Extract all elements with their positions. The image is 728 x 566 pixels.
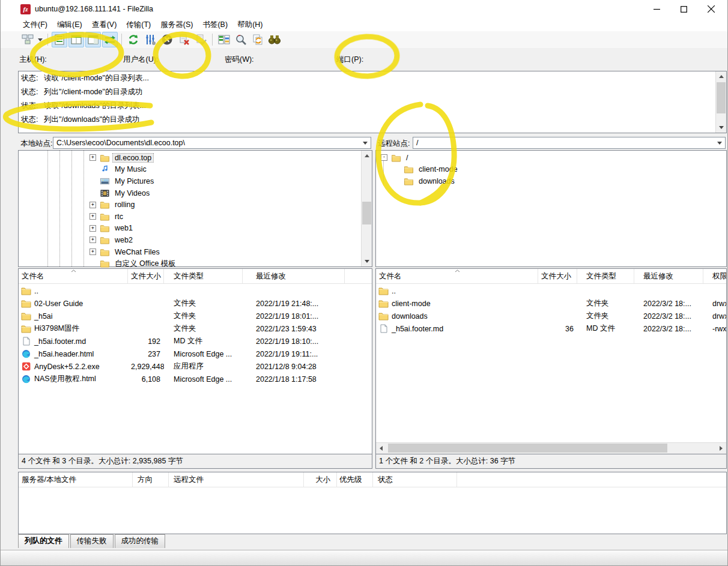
remote-file-row[interactable]: .. xyxy=(376,285,726,297)
refresh-button[interactable] xyxy=(126,32,141,47)
column-modified[interactable]: 最近修改 xyxy=(634,269,703,283)
local-file-row[interactable]: _h5ai.footer.md192MD 文件2022/1/19 18:10:.… xyxy=(19,335,372,348)
local-tree-item[interactable]: +rolling xyxy=(89,199,360,211)
filter-button[interactable] xyxy=(142,32,158,47)
remote-hscrollbar[interactable] xyxy=(376,442,726,454)
local-tree-pane[interactable]: +dl.ecoo.top My Music My Pictures My Vid… xyxy=(18,150,372,267)
local-file-row[interactable]: _h5ai.header.html237Microsoft Edge ...20… xyxy=(19,348,372,360)
remote-file-row[interactable]: client-mode文件夹2022/3/2 18:...drwxr-xr-x xyxy=(376,297,726,310)
maximize-button[interactable] xyxy=(670,0,697,18)
disconnect-button[interactable] xyxy=(176,32,192,47)
toggle-local-tree-button[interactable] xyxy=(68,32,84,47)
remote-path-combo[interactable]: / xyxy=(413,137,726,149)
expand-icon[interactable]: + xyxy=(89,248,96,255)
site-manager-dropdown[interactable] xyxy=(36,32,44,47)
scroll-left-icon[interactable] xyxy=(376,443,386,453)
column-modified[interactable]: 最近修改 xyxy=(243,269,345,283)
expand-icon[interactable]: + xyxy=(89,225,96,232)
remote-tree-item[interactable]: downloads xyxy=(381,175,724,187)
column-remote-file[interactable]: 远程文件 xyxy=(169,472,304,487)
local-file-row[interactable]: AnyDesk+5.2.2.exe2,929,448应用程序2021/12/8 … xyxy=(19,360,372,373)
toggle-transfer-queue-button[interactable] xyxy=(102,32,118,47)
local-tree-item[interactable]: My Music xyxy=(89,164,360,176)
menu-bookmarks[interactable]: 书签(B) xyxy=(198,19,232,31)
host-label: 主机(H): xyxy=(19,55,47,65)
local-tree-item[interactable]: 自定义 Office 模板 xyxy=(89,257,360,269)
local-path-combo[interactable]: C:\Users\ecoo\Documents\dl.ecoo.top\ xyxy=(53,137,371,149)
column-status[interactable]: 状态 xyxy=(373,472,457,487)
column-filetype[interactable]: 文件类型 xyxy=(577,269,634,283)
transfer-queue-pane[interactable]: 服务器/本地文件 方向 远程文件 大小 优先级 状态 xyxy=(18,472,727,534)
local-file-row[interactable]: .. xyxy=(19,285,372,297)
message-log-pane[interactable]: 状态:读取"/client-mode"的目录列表... 状态:列出"/clien… xyxy=(18,71,727,133)
directory-comparison-button[interactable] xyxy=(216,32,232,47)
site-manager-button[interactable] xyxy=(20,32,35,47)
column-size[interactable]: 大小 xyxy=(304,472,337,487)
tab-failed-transfers[interactable]: 传输失败 xyxy=(70,534,114,548)
tab-queued-files[interactable]: 列队的文件 xyxy=(18,534,69,548)
log-scrollbar[interactable] xyxy=(715,71,726,133)
scroll-right-icon[interactable] xyxy=(716,443,726,453)
tree-label: rtc xyxy=(113,212,125,221)
reconnect-button[interactable] xyxy=(193,32,208,47)
local-tree-scrollbar[interactable] xyxy=(361,151,372,266)
scroll-down-icon[interactable] xyxy=(716,122,726,133)
scroll-up-icon[interactable] xyxy=(362,151,372,161)
scroll-down-icon[interactable] xyxy=(362,256,372,266)
scroll-up-icon[interactable] xyxy=(716,71,726,82)
expand-icon[interactable]: + xyxy=(89,236,96,243)
menu-edit[interactable]: 编辑(E) xyxy=(52,19,87,31)
remote-tree-item[interactable]: -/ xyxy=(381,152,724,164)
column-permissions[interactable]: 权限 xyxy=(703,269,726,283)
expand-icon[interactable]: - xyxy=(381,154,387,161)
local-tree-item[interactable]: +web2 xyxy=(89,234,360,246)
cancel-button[interactable] xyxy=(159,32,175,47)
local-tree-scrollbar-thumb[interactable] xyxy=(362,202,371,224)
minimize-button[interactable] xyxy=(643,0,670,18)
expand-icon[interactable]: + xyxy=(89,154,96,161)
synchronized-browsing-button[interactable] xyxy=(250,32,265,47)
local-tree-item[interactable]: My Pictures xyxy=(89,175,360,187)
tree-label: rolling xyxy=(113,200,136,209)
column-filesize[interactable]: 文件大小 xyxy=(538,269,577,283)
toggle-message-log-button[interactable] xyxy=(52,32,67,47)
local-tree-item[interactable]: +rtc xyxy=(89,211,360,223)
column-filetype[interactable]: 文件类型 xyxy=(164,269,243,283)
column-filename[interactable]: 文件名 xyxy=(19,269,128,283)
local-file-list-pane[interactable]: 文件名 文件大小 文件类型 最近修改 .. 02-User Guide文件夹20… xyxy=(18,268,372,454)
menu-view[interactable]: 查看(V) xyxy=(87,19,122,31)
find-files-button[interactable] xyxy=(233,32,249,47)
column-filesize[interactable]: 文件大小 xyxy=(128,269,164,283)
binoculars-button[interactable] xyxy=(267,32,282,47)
local-file-row[interactable]: _h5ai文件夹2022/1/19 18:01:... xyxy=(19,310,372,322)
local-file-row[interactable]: Hi3798M固件文件夹2022/1/23 1:59:43 xyxy=(19,322,372,335)
close-button[interactable] xyxy=(697,0,724,18)
local-file-row[interactable]: NAS使用教程.html6,108Microsoft Edge ...2022/… xyxy=(19,373,372,385)
remote-tree-pane[interactable]: -/ client-mode downloads xyxy=(375,150,727,267)
remote-file-row[interactable]: _h5ai.footer.md36MD 文件2022/3/2 18:...-rw… xyxy=(376,322,726,335)
quickconnect-bar: 主机(H): 用户名(U): 密码(W): 端口(P): 快速连接(Q) xyxy=(0,48,728,71)
expand-icon[interactable]: + xyxy=(89,202,96,208)
column-filename[interactable]: 文件名 xyxy=(376,269,538,283)
local-tree-item[interactable]: My Videos xyxy=(89,187,360,199)
menu-server[interactable]: 服务器(S) xyxy=(156,19,198,31)
tab-successful-transfers[interactable]: 成功的传输 xyxy=(115,534,166,548)
local-tree-item[interactable]: +WeChat Files xyxy=(89,246,360,258)
toggle-remote-tree-button[interactable] xyxy=(85,32,101,47)
remote-file-row[interactable]: downloads文件夹2022/3/2 18:...drwxrwxrwx xyxy=(376,310,726,322)
column-server-local-file[interactable]: 服务器/本地文件 xyxy=(19,472,133,487)
menu-transfer[interactable]: 传输(T) xyxy=(121,19,156,31)
menu-help[interactable]: 帮助(H) xyxy=(232,19,267,31)
log-scrollbar-thumb[interactable] xyxy=(717,82,726,113)
menu-file[interactable]: 文件(F) xyxy=(18,19,52,31)
remote-hscrollbar-thumb[interactable] xyxy=(388,444,667,453)
remote-file-list-pane[interactable]: 文件名 文件大小 文件类型 最近修改 权限 .. client-mode文件夹2… xyxy=(375,268,727,454)
local-tree-item[interactable]: +web1 xyxy=(89,223,360,235)
remote-tree-item[interactable]: client-mode xyxy=(381,164,724,176)
column-priority[interactable]: 优先级 xyxy=(337,472,373,487)
find-files-icon xyxy=(235,34,247,46)
local-tree-item[interactable]: +dl.ecoo.top xyxy=(89,152,360,164)
expand-icon[interactable]: + xyxy=(89,213,96,220)
local-file-row[interactable]: 02-User Guide文件夹2022/1/19 21:48:... xyxy=(19,297,372,310)
column-direction[interactable]: 方向 xyxy=(133,472,169,487)
